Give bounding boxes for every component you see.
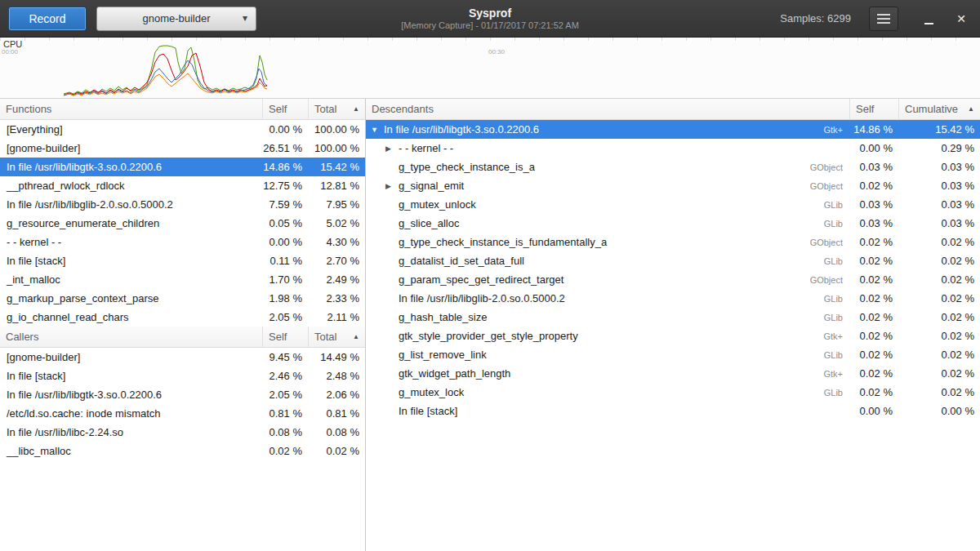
self-percent: 0.02 %	[849, 349, 898, 361]
function-name: In file /usr/lib/libgtk-3.so.0.2200.6	[0, 161, 262, 173]
table-row[interactable]: g_param_spec_get_redirect_targetGObject0…	[366, 270, 980, 289]
table-row[interactable]: In file [stack]0.11 %2.70 %	[0, 251, 365, 270]
cumulative-percent: 0.02 %	[898, 236, 980, 248]
table-row[interactable]: In file /usr/lib/libglib-2.0.so.0.5000.2…	[366, 289, 980, 308]
table-row[interactable]: gtk_widget_path_lengthGtk+0.02 %0.02 %	[366, 364, 980, 383]
cumulative-percent: 0.00 %	[898, 405, 980, 417]
self-percent: 0.02 %	[849, 255, 898, 267]
self-percent: 2.46 %	[262, 370, 308, 382]
table-row[interactable]: g_resource_enumerate_children0.05 %5.02 …	[0, 214, 365, 233]
table-row[interactable]: gtk_style_provider_get_style_propertyGtk…	[366, 327, 980, 345]
function-name: g_mutex_lock	[399, 386, 464, 398]
column-header-descendants[interactable]: Descendants	[366, 99, 849, 119]
function-name: In file /usr/lib/libc-2.24.so	[0, 426, 262, 438]
table-row[interactable]: In file /usr/lib/libglib-2.0.so.0.5000.2…	[0, 195, 365, 214]
library-tag: Gtk+	[792, 369, 849, 379]
function-name: g_markup_parse_context_parse	[0, 292, 262, 304]
self-percent: 0.02 %	[849, 292, 898, 304]
table-row[interactable]: ▼In file /usr/lib/libgtk-3.so.0.2200.6Gt…	[366, 120, 980, 139]
library-tag: GLib	[792, 256, 849, 266]
self-percent: 12.75 %	[262, 180, 308, 192]
table-row[interactable]: [Everything]0.00 %100.00 %	[0, 120, 365, 139]
cumulative-percent: 0.03 %	[898, 198, 980, 211]
table-row[interactable]: g_io_channel_read_chars2.05 %2.11 %	[0, 308, 365, 327]
table-row[interactable]: ▶- - kernel - -0.00 %0.29 %	[366, 139, 980, 158]
record-button[interactable]: Record	[8, 7, 87, 31]
table-row[interactable]: In file /usr/lib/libgtk-3.so.0.2200.614.…	[0, 158, 365, 176]
process-selector-dropdown[interactable]: gnome-builder ▾	[96, 7, 256, 31]
table-row[interactable]: In file /usr/lib/libgtk-3.so.0.2200.62.0…	[0, 385, 365, 404]
table-row[interactable]: g_datalist_id_set_data_fullGLib0.02 %0.0…	[366, 251, 980, 270]
table-row[interactable]: g_type_check_instance_is_fundamentally_a…	[366, 233, 980, 251]
table-row[interactable]: __pthread_rwlock_rdlock12.75 %12.81 %	[0, 176, 365, 195]
column-header-total[interactable]: Total ▲	[308, 99, 365, 119]
total-percent: 4.30 %	[308, 236, 365, 248]
table-row[interactable]: [gnome-builder]9.45 %14.49 %	[0, 348, 365, 367]
expander-icon[interactable]: ▶	[385, 144, 399, 153]
samples-count: Samples: 6299	[780, 12, 851, 24]
close-button[interactable]: ✕	[951, 7, 972, 31]
sort-indicator-icon: ▲	[345, 105, 359, 113]
table-row[interactable]: In file /usr/lib/libc-2.24.so0.08 %0.08 …	[0, 423, 365, 442]
table-row[interactable]: - - kernel - -0.00 %4.30 %	[0, 233, 365, 251]
table-row[interactable]: /etc/ld.so.cache: inode mismatch0.81 %0.…	[0, 404, 365, 423]
cpu-graph[interactable]: CPU 00:00 00:30	[0, 38, 980, 99]
total-percent: 12.81 %	[308, 180, 365, 192]
table-row[interactable]: [gnome-builder]26.51 %100.00 %	[0, 139, 365, 158]
table-row[interactable]: g_mutex_unlockGLib0.03 %0.03 %	[366, 195, 980, 214]
library-tag: GLib	[792, 313, 849, 322]
cumulative-percent: 0.03 %	[898, 161, 980, 173]
function-name: In file /usr/lib/libglib-2.0.so.0.5000.2	[0, 198, 262, 211]
column-header-self[interactable]: Self	[262, 99, 308, 119]
table-row[interactable]: __libc_malloc0.02 %0.02 %	[0, 442, 365, 460]
total-percent: 15.42 %	[308, 161, 365, 173]
column-header-self[interactable]: Self	[262, 327, 308, 347]
library-tag: GObject	[792, 275, 849, 285]
function-name: In file /usr/lib/libglib-2.0.so.0.5000.2	[399, 292, 565, 304]
expander-icon[interactable]: ▶	[385, 182, 399, 190]
column-header-total[interactable]: Total ▲	[308, 327, 365, 347]
expander-icon[interactable]: ▼	[371, 126, 384, 134]
function-name: /etc/ld.so.cache: inode mismatch	[0, 407, 262, 420]
minimize-button[interactable]	[918, 7, 939, 31]
callers-rows: [gnome-builder]9.45 %14.49 %In file [sta…	[0, 348, 365, 460]
function-name: In file /usr/lib/libgtk-3.so.0.2200.6	[0, 389, 262, 401]
table-row[interactable]: g_slice_allocGLib0.03 %0.03 %	[366, 214, 980, 233]
table-row[interactable]: g_type_check_instance_is_aGObject0.03 %0…	[366, 158, 980, 176]
column-header-functions[interactable]: Functions	[0, 99, 262, 119]
table-row[interactable]: In file [stack]2.46 %2.48 %	[0, 367, 365, 385]
cumulative-percent: 0.03 %	[898, 217, 980, 229]
table-row[interactable]: _int_malloc1.70 %2.49 %	[0, 270, 365, 289]
right-pane: Descendants Self Cumulative ▲ ▼In file /…	[366, 99, 980, 551]
library-tag: Gtk+	[792, 331, 849, 341]
total-percent: 0.81 %	[308, 407, 365, 420]
menu-button[interactable]	[869, 7, 898, 31]
column-header-self[interactable]: Self	[849, 99, 898, 119]
self-percent: 0.08 %	[262, 426, 308, 438]
descendants-rows: ▼In file /usr/lib/libgtk-3.so.0.2200.6Gt…	[366, 120, 980, 420]
self-percent: 14.86 %	[262, 161, 308, 173]
function-name: g_io_channel_read_chars	[0, 311, 262, 323]
table-row[interactable]: ▶g_signal_emitGObject0.02 %0.03 %	[366, 176, 980, 195]
self-percent: 0.00 %	[849, 405, 898, 417]
function-name: g_signal_emit	[399, 180, 464, 192]
window-title: Sysprof	[401, 7, 579, 20]
total-percent: 2.49 %	[308, 273, 365, 286]
table-row[interactable]: g_mutex_lockGLib0.02 %0.02 %	[366, 383, 980, 402]
table-row[interactable]: In file [stack]0.00 %0.00 %	[366, 402, 980, 420]
function-name: __libc_malloc	[0, 445, 262, 457]
table-row[interactable]: g_markup_parse_context_parse1.98 %2.33 %	[0, 289, 365, 308]
function-name: In file [stack]	[0, 255, 262, 267]
table-row[interactable]: g_hash_table_sizeGLib0.02 %0.02 %	[366, 308, 980, 327]
column-header-callers[interactable]: Callers	[0, 327, 262, 347]
function-name: g_list_remove_link	[399, 349, 487, 361]
minimize-icon	[924, 23, 933, 24]
column-header-cumulative[interactable]: Cumulative ▲	[898, 99, 980, 119]
self-percent: 0.02 %	[849, 367, 898, 380]
left-pane: Functions Self Total ▲ [Everything]0.00 …	[0, 99, 366, 551]
total-percent: 0.02 %	[308, 445, 365, 457]
table-row[interactable]: g_list_remove_linkGLib0.02 %0.02 %	[366, 345, 980, 364]
self-percent: 2.05 %	[262, 311, 308, 323]
descendants-table-header: Descendants Self Cumulative ▲	[366, 99, 980, 120]
function-name: _int_malloc	[0, 273, 262, 286]
